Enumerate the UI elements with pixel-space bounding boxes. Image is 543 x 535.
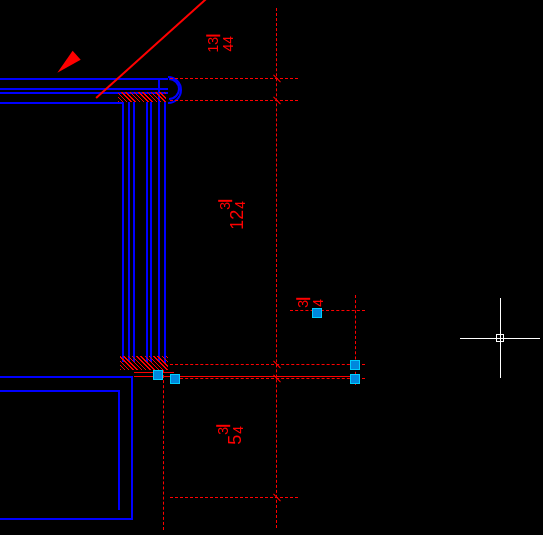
dimension-value[interactable]: 534 bbox=[216, 425, 245, 445]
dimension-line[interactable] bbox=[355, 295, 356, 385]
rail-edge[interactable] bbox=[0, 78, 168, 80]
detail-line[interactable] bbox=[134, 376, 359, 377]
frame-edge[interactable] bbox=[118, 390, 120, 510]
extension-line[interactable] bbox=[170, 378, 365, 379]
dimension-value[interactable]: 34 bbox=[296, 298, 325, 308]
connection-hatch[interactable] bbox=[120, 356, 168, 370]
rail-edge[interactable] bbox=[0, 102, 122, 104]
frame-edge[interactable] bbox=[0, 376, 133, 378]
leader-line[interactable] bbox=[95, 0, 215, 99]
leader-arrow-icon bbox=[53, 51, 80, 77]
dimension-value[interactable]: 1234 bbox=[218, 200, 247, 230]
stile-edge[interactable] bbox=[128, 102, 130, 362]
extension-line[interactable] bbox=[170, 364, 365, 365]
stile-edge[interactable] bbox=[122, 102, 124, 362]
extension-line[interactable] bbox=[163, 370, 164, 530]
grip-handle[interactable] bbox=[312, 308, 322, 318]
grip-handle[interactable] bbox=[350, 374, 360, 384]
stile-edge[interactable] bbox=[164, 102, 166, 364]
stile-edge[interactable] bbox=[150, 102, 152, 362]
frame-edge[interactable] bbox=[0, 518, 133, 520]
dim-whole: 12 bbox=[227, 210, 247, 230]
grip-handle[interactable] bbox=[170, 374, 180, 384]
dimension-value[interactable]: 1344 bbox=[206, 35, 235, 53]
dim-whole: 5 bbox=[225, 435, 245, 445]
stile-edge[interactable] bbox=[133, 102, 135, 362]
grip-handle[interactable] bbox=[350, 360, 360, 370]
extension-line[interactable] bbox=[290, 310, 365, 311]
connection-hatch[interactable] bbox=[118, 92, 166, 102]
frame-edge[interactable] bbox=[0, 390, 118, 392]
cad-model-space[interactable]: 1344 1234 534 34 bbox=[0, 0, 543, 535]
rail-edge[interactable] bbox=[0, 88, 168, 90]
frame-edge[interactable] bbox=[131, 376, 133, 520]
grip-handle[interactable] bbox=[153, 370, 163, 380]
stile-edge[interactable] bbox=[158, 78, 160, 362]
stile-edge[interactable] bbox=[146, 102, 148, 362]
dimension-line[interactable] bbox=[276, 8, 277, 528]
cursor-pickbox-icon bbox=[496, 334, 504, 342]
